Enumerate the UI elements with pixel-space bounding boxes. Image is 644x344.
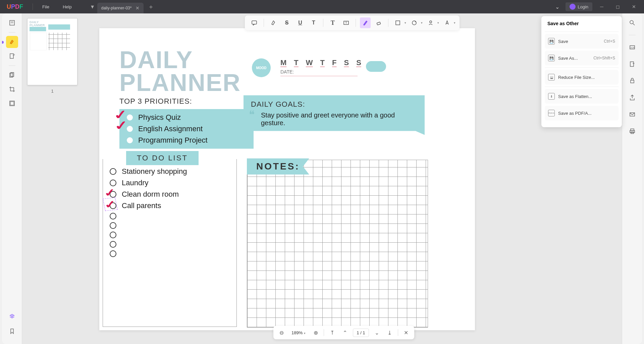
- svg-rect-11: [377, 22, 380, 25]
- reduce-file-size-button[interactable]: ⬓ Reduce File Size...: [545, 70, 619, 85]
- app-body: DAILYPLANNER 1 S U T T T ▾ ▾: [2, 13, 642, 344]
- eraser-tool-button[interactable]: [373, 17, 384, 28]
- zoom-out-button[interactable]: ⊖: [277, 328, 286, 337]
- chevron-down-icon[interactable]: ▾: [405, 21, 406, 24]
- stamp-tool-button[interactable]: [409, 17, 420, 28]
- close-button[interactable]: ✕: [627, 0, 641, 13]
- share-button[interactable]: [626, 92, 638, 104]
- underline-button[interactable]: U: [295, 17, 306, 28]
- day-f: F: [332, 58, 336, 67]
- priority-text: English Assignment: [138, 125, 203, 133]
- tab-new-button[interactable]: ＋: [146, 2, 156, 11]
- close-nav-button[interactable]: ✕: [401, 328, 411, 337]
- strikethrough-button[interactable]: S: [281, 17, 292, 28]
- priority-item: English Assignment: [123, 123, 250, 135]
- left-toolbar: [2, 13, 22, 344]
- crop-tool-button[interactable]: [6, 83, 18, 95]
- highlight-text-button[interactable]: [268, 17, 279, 28]
- svg-rect-12: [396, 21, 400, 25]
- tab-close-icon[interactable]: ✕: [136, 5, 140, 11]
- checkmark-annotation-selected[interactable]: ✓: [103, 197, 118, 211]
- todo-item: Call parents: [110, 200, 230, 211]
- separator: [545, 32, 619, 32]
- tab-bar: ▾ daliy-planner-03* ✕ ＋: [85, 0, 156, 13]
- squiggly-button[interactable]: T: [308, 17, 319, 28]
- textbox-tool-button[interactable]: T: [341, 17, 352, 28]
- save-button[interactable]: 💾 Save Ctrl+S: [545, 34, 619, 49]
- separator: [264, 19, 264, 27]
- zoom-in-button[interactable]: ⊕: [311, 328, 320, 337]
- canvas-area[interactable]: S U T T T ▾ ▾ ▾ ▾ DAILYPLANNER TOP 3 PRI…: [83, 13, 622, 344]
- cloud-icon: [366, 61, 386, 72]
- shape-tool-button[interactable]: [392, 17, 403, 28]
- next-page-button[interactable]: ⌄: [372, 328, 382, 337]
- pdfa-icon: PDF/A: [548, 110, 555, 116]
- prev-page-button[interactable]: ⌃: [340, 328, 350, 337]
- signature-tool-button[interactable]: [425, 17, 436, 28]
- compress-icon: ⬓: [548, 74, 555, 81]
- separator: [324, 329, 324, 336]
- goals-text: Stay positive and greet everyone with a …: [261, 111, 417, 127]
- zoom-level[interactable]: 189%▾: [289, 330, 308, 335]
- sticker-tool-button[interactable]: [442, 17, 452, 28]
- edit-tool-button[interactable]: [6, 50, 18, 62]
- day-t: T: [294, 58, 298, 67]
- highlight-tool-button[interactable]: [6, 36, 18, 48]
- date-field: DATE:: [280, 69, 358, 76]
- save-as-button[interactable]: 💾 Save As... Ctrl+Shift+S: [545, 51, 619, 65]
- priority-item: Physics Quiz: [123, 112, 250, 123]
- page-navigator: ⊖ 189%▾ ⊕ ⤒ ⌃ 1 / 1 ⌄ ⤓ ✕: [273, 326, 414, 339]
- priority-text: Physics Quiz: [138, 113, 181, 122]
- text-tool-button[interactable]: T: [327, 17, 338, 28]
- tab-dropdown[interactable]: ▾: [88, 2, 97, 11]
- svg-line-17: [633, 23, 635, 25]
- goals-heading: DAILY GOALS:: [251, 100, 417, 109]
- svg-rect-24: [630, 131, 635, 133]
- notes-heading: NOTES:: [247, 158, 309, 175]
- page-indicator[interactable]: 1 / 1: [353, 329, 369, 337]
- chevron-down-icon[interactable]: ▾: [437, 21, 439, 24]
- checkmark-annotation[interactable]: ✓: [113, 118, 129, 133]
- maximize-button[interactable]: ◻: [611, 0, 625, 13]
- minimize-button[interactable]: ─: [595, 0, 608, 13]
- checkmark-annotation[interactable]: ✓: [103, 186, 117, 199]
- chevron-down-icon[interactable]: ▾: [454, 21, 455, 24]
- ocr-button[interactable]: OCR: [626, 41, 638, 53]
- mood-circle: MOOD: [252, 58, 271, 77]
- save-pdfa-button[interactable]: PDF/A Save as PDF/A...: [545, 106, 619, 120]
- day-m: M: [280, 58, 286, 67]
- export-button[interactable]: [626, 58, 638, 70]
- svg-rect-20: [630, 62, 634, 66]
- priority-item: Programming Project: [123, 135, 250, 146]
- todo-item: Laundry: [110, 177, 230, 189]
- goals-box: DAILY GOALS: ❝ Stay positive and greet e…: [244, 95, 425, 135]
- comment-tool-button[interactable]: [249, 17, 260, 28]
- bookmark-button[interactable]: [6, 325, 18, 337]
- titlebar-chevron-down-icon[interactable]: ⌄: [552, 2, 563, 12]
- help-menu[interactable]: Help: [56, 4, 78, 9]
- todo-text: Clean dorm room: [122, 190, 179, 199]
- save-flatten-button[interactable]: ⬇ Save as Flatten...: [545, 89, 619, 104]
- day-s2: S: [356, 58, 361, 67]
- file-menu[interactable]: File: [36, 4, 56, 9]
- tab-active[interactable]: daliy-planner-03* ✕: [97, 3, 144, 13]
- pencil-tool-button[interactable]: [360, 17, 371, 28]
- login-button[interactable]: Login: [566, 2, 592, 11]
- todo-box: ✓ ✓ Stationery shopping Laundry Clean do…: [103, 159, 237, 327]
- shortcut-label: Ctrl+Shift+S: [593, 56, 615, 60]
- email-button[interactable]: [626, 108, 638, 120]
- reader-mode-button[interactable]: [6, 17, 18, 29]
- form-tool-button[interactable]: [6, 97, 18, 109]
- pages-tool-button[interactable]: [6, 69, 18, 81]
- divider: [33, 3, 33, 10]
- weekday-row: M T W T F S S: [280, 58, 361, 67]
- last-page-button[interactable]: ⤓: [385, 328, 394, 337]
- chevron-down-icon[interactable]: ▾: [421, 21, 423, 24]
- first-page-button[interactable]: ⤒: [327, 328, 337, 337]
- separator: [9, 65, 15, 66]
- protect-button[interactable]: [626, 75, 638, 87]
- layers-button[interactable]: [6, 310, 18, 323]
- search-button[interactable]: [626, 17, 638, 29]
- page-thumbnail[interactable]: DAILYPLANNER: [27, 18, 77, 85]
- print-button[interactable]: [626, 125, 638, 137]
